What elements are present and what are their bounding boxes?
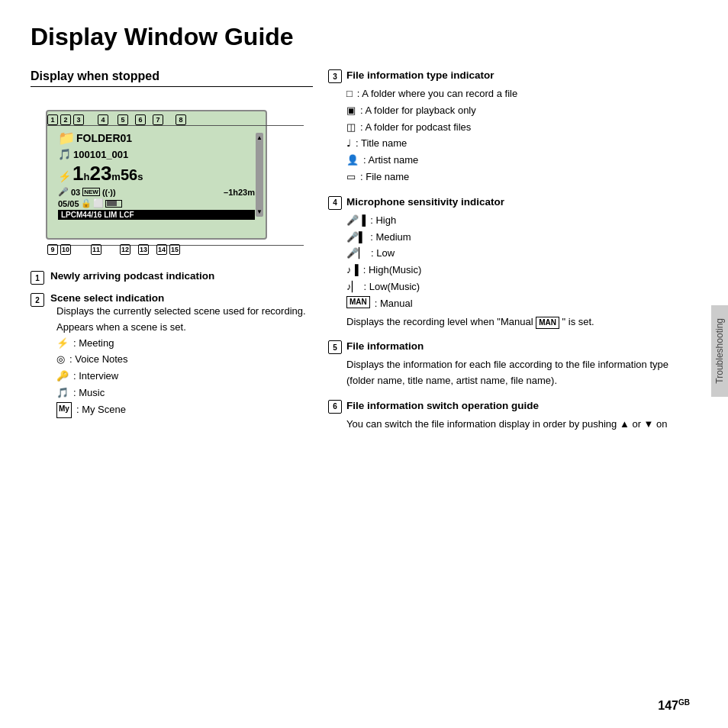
music-icon: 🎵 — [56, 385, 69, 401]
legend-num-2: 2 — [31, 293, 44, 307]
label-5: 5 — [118, 114, 128, 125]
low-music-icon: ♪▏ — [346, 279, 359, 295]
sub-manual: MAN : Manual — [346, 296, 697, 312]
manual-desc: Displays the recording level when "Manua… — [346, 314, 697, 330]
label-11: 11 — [91, 244, 101, 255]
sub-low: 🎤▏ : Low — [346, 246, 697, 262]
record-folder-icon: □ — [346, 86, 353, 102]
sidebar-troubleshooting-tab[interactable]: Troubleshooting — [711, 305, 728, 397]
label-8: 8 — [176, 114, 186, 125]
right-item-4: 4 Microphone sensitivity indicator 🎤▐ : … — [328, 196, 697, 330]
right-item-6: 6 File information switch operation guid… — [328, 400, 697, 433]
low-icon: 🎤▏ — [346, 246, 366, 262]
high-music-icon: ♪▐ — [346, 263, 359, 279]
filename-icon: ▭ — [346, 169, 356, 185]
myscene-icon: My — [56, 402, 72, 418]
label-15: 15 — [169, 244, 180, 255]
device-diagram: ▲ ▼ 📁 FOLDER01 🎵 100101_001 ⚡ 1 — [46, 110, 267, 240]
label-10: 10 — [60, 244, 71, 255]
voicenotes-icon: ◎ — [56, 352, 65, 368]
playback-folder-icon: ▣ — [346, 103, 356, 119]
man-badge-inline: MAN — [536, 317, 559, 329]
title-icon: ♩ — [346, 136, 351, 152]
high-icon: 🎤▐ — [346, 213, 366, 229]
sub-record-folder: □ : A folder where you can record a file — [346, 86, 697, 102]
artist-icon: 👤 — [346, 153, 359, 169]
right-title-4: Microphone sensitivity indicator — [346, 196, 504, 208]
right-num-3: 3 — [328, 69, 342, 83]
legend-title-2: Scene select indication — [50, 292, 313, 304]
label-2: 2 — [60, 114, 71, 125]
sub-myscene: My : My Scene — [56, 402, 313, 418]
screen-file-row: 🎵 100101_001 — [58, 148, 255, 160]
legend-sub-items-2: ⚡ : Meeting ◎ : Voice Notes 🔑 : Intervie… — [56, 336, 313, 418]
right-item-3: 3 File information type indicator □ : A … — [328, 69, 697, 185]
sub-medium: 🎤▌ : Medium — [346, 230, 697, 246]
label-9: 9 — [47, 244, 58, 255]
sub-meeting: ⚡ : Meeting — [56, 336, 313, 352]
right-item-5: 5 File information Displays the informat… — [328, 340, 697, 389]
label-13: 13 — [138, 244, 149, 255]
legend-item-2: 2 Scene select indication Displays the c… — [31, 292, 313, 419]
right-body-3: □ : A folder where you can record a file… — [328, 86, 697, 185]
right-num-5: 5 — [328, 340, 342, 354]
sub-high-music: ♪▐ : High(Music) — [346, 263, 697, 279]
medium-icon: 🎤▌ — [346, 230, 366, 246]
label-7: 7 — [153, 114, 163, 125]
label-6: 6 — [135, 114, 146, 125]
page-title: Display Window Guide — [31, 23, 697, 51]
screen-folder-row: 📁 FOLDER01 — [58, 130, 255, 147]
sub-high: 🎤▐ : High — [346, 213, 697, 229]
sub-voicenotes: ◎ : Voice Notes — [56, 352, 313, 368]
sub-filename: ▭ : File name — [346, 169, 697, 185]
page-number: 147GB — [658, 698, 690, 713]
legend-section: 1 Newly arriving podcast indication 2 Sc… — [31, 270, 313, 419]
left-column: Display when stopped 1 2 3 4 5 6 7 — [31, 69, 313, 443]
screen-info-row: 🎤 03 NEW ((·)) –1h23m — [58, 187, 255, 197]
right-title-5: File information — [346, 340, 424, 352]
sub-interview: 🔑 : Interview — [56, 369, 313, 385]
sub-low-music: ♪▏ : Low(Music) — [346, 279, 697, 295]
man-badge: MAN — [346, 296, 370, 308]
legend-num-1: 1 — [31, 271, 44, 285]
legend-body-2: Displays the currently selected scene us… — [56, 304, 313, 336]
right-body-4: 🎤▐ : High 🎤▌ : Medium 🎤▏ : Low ♪▐ : High… — [328, 213, 697, 330]
sidebar-tab-label: Troubleshooting — [714, 318, 725, 384]
right-body-5: Displays the information for each file a… — [328, 357, 697, 389]
legend-item-1: 1 Newly arriving podcast indication — [31, 270, 313, 285]
label-4: 4 — [98, 114, 108, 125]
meeting-icon: ⚡ — [56, 336, 69, 352]
legend-title-1: Newly arriving podcast indication — [50, 270, 313, 282]
right-column: 3 File information type indicator □ : A … — [328, 69, 697, 443]
label-12: 12 — [120, 244, 130, 255]
right-title-6: File information switch operation guide — [346, 400, 539, 411]
interview-icon: 🔑 — [56, 369, 69, 385]
screen-time-row: ⚡ 1 h 23 m 56 s — [58, 162, 255, 185]
sub-podcast-folder: ◫ : A folder for podcast files — [346, 120, 697, 136]
sub-music: 🎵 : Music — [56, 385, 313, 401]
sub-title: ♩ : Title name — [346, 136, 697, 152]
display-section-title: Display when stopped — [31, 69, 313, 87]
screen-bottom-row: 05/05 🔒 ⬜ — [58, 198, 255, 208]
podcast-folder-icon: ◫ — [346, 120, 356, 136]
label-1: 1 — [47, 114, 58, 125]
right-num-6: 6 — [328, 400, 342, 414]
label-3: 3 — [73, 114, 84, 125]
right-body-6: You can switch the file information disp… — [328, 417, 697, 433]
label-14: 14 — [156, 244, 167, 255]
right-title-3: File information type indicator — [346, 69, 494, 81]
sub-playback-folder: ▣ : A folder for playback only — [346, 103, 697, 119]
right-num-4: 4 — [328, 196, 342, 210]
screen-format-row: LPCM44/16 LIM LCF — [58, 210, 255, 220]
sub-artist: 👤 : Artist name — [346, 153, 697, 169]
